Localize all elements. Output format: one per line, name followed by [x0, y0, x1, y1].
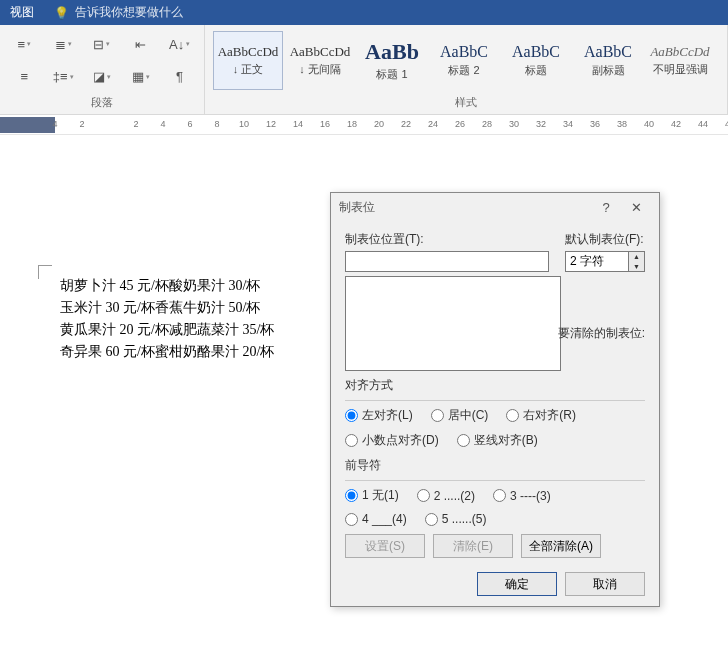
style-item[interactable]: AaBbC标题 [501, 31, 571, 90]
ruler-mark: 34 [563, 119, 573, 129]
dialog-title: 制表位 [339, 199, 375, 216]
style-item[interactable]: AaBbCcDd不明显强调 [645, 31, 715, 90]
borders-button[interactable]: ▦ [122, 62, 159, 93]
ruler-mark: 28 [482, 119, 492, 129]
ruler-mark: 10 [239, 119, 249, 129]
ruler-margin-indicator [0, 117, 55, 133]
ruler-mark: 30 [509, 119, 519, 129]
align-center-radio[interactable]: 居中(C) [431, 407, 489, 424]
leader-2-radio[interactable]: 2 .....(2) [417, 487, 475, 504]
default-tab-value[interactable] [565, 251, 629, 272]
lightbulb-icon: 💡 [54, 6, 69, 20]
ruler-mark: 6 [187, 119, 192, 129]
align-decimal-radio[interactable]: 小数点对齐(D) [345, 432, 439, 449]
ruler-mark: 20 [374, 119, 384, 129]
leader-3-radio[interactable]: 3 ----(3) [493, 487, 551, 504]
ruler-mark: 24 [428, 119, 438, 129]
ribbon-group-paragraph: ≡ ≣ ⊟ ⇤ A↓ ≡ ‡≡ ◪ ▦ ¶ 段落 [0, 25, 205, 114]
set-button[interactable]: 设置(S) [345, 534, 425, 558]
bullet-list-button[interactable]: ≡ [6, 29, 43, 60]
spin-down-icon[interactable]: ▼ [629, 262, 644, 272]
group-label-paragraph: 段落 [6, 92, 198, 112]
ruler-mark: 4 [160, 119, 165, 129]
default-tab-spinner[interactable]: ▲▼ [565, 251, 645, 272]
clear-button[interactable]: 清除(E) [433, 534, 513, 558]
title-bar: 视图 💡 告诉我你想要做什么 [0, 0, 728, 25]
ribbon: ≡ ≣ ⊟ ⇤ A↓ ≡ ‡≡ ◪ ▦ ¶ 段落 AaBbCcDd↓ 正文AaB… [0, 25, 728, 115]
ruler-mark: 40 [644, 119, 654, 129]
ok-button[interactable]: 确定 [477, 572, 557, 596]
ruler-mark: 42 [671, 119, 681, 129]
tell-me-input[interactable]: 告诉我你想要做什么 [75, 4, 183, 21]
tab-position-input[interactable] [345, 251, 549, 272]
ruler-mark: 26 [455, 119, 465, 129]
ruler[interactable]: 4224681012141618202224262830323436384042… [0, 115, 728, 135]
line-spacing-button[interactable]: ‡≡ [45, 62, 82, 93]
multilevel-list-button[interactable]: ⊟ [84, 29, 121, 60]
spin-up-icon[interactable]: ▲ [629, 252, 644, 262]
sort-button[interactable]: A↓ [161, 29, 198, 60]
default-tab-label: 默认制表位(F): [565, 231, 645, 248]
align-left-radio[interactable]: 左对齐(L) [345, 407, 413, 424]
ruler-mark: 16 [320, 119, 330, 129]
shading-button[interactable]: ◪ [84, 62, 121, 93]
align-right-radio[interactable]: 右对齐(R) [506, 407, 576, 424]
clear-tabs-label: 要清除的制表位: [558, 325, 645, 342]
dialog-titlebar[interactable]: 制表位 ? ✕ [331, 193, 659, 221]
ruler-mark: 22 [401, 119, 411, 129]
ruler-mark: 44 [698, 119, 708, 129]
ribbon-tab-view[interactable]: 视图 [10, 4, 34, 21]
alignment-section-label: 对齐方式 [345, 377, 645, 394]
close-button[interactable]: ✕ [621, 200, 651, 215]
align-bar-radio[interactable]: 竖线对齐(B) [457, 432, 538, 449]
ruler-mark: 36 [590, 119, 600, 129]
margin-corner-marker [38, 265, 52, 279]
help-button[interactable]: ? [591, 200, 621, 215]
tabs-dialog: 制表位 ? ✕ 制表位位置(T): 默认制表位(F): ▲▼ 要清除的制表位: … [330, 192, 660, 607]
leader-5-radio[interactable]: 5 ......(5) [425, 512, 487, 526]
ribbon-group-styles: AaBbCcDd↓ 正文AaBbCcDd↓ 无间隔AaBb标题 1AaBbC标题… [205, 25, 728, 114]
ruler-mark: 38 [617, 119, 627, 129]
leader-4-radio[interactable]: 4 ___(4) [345, 512, 407, 526]
style-item[interactable]: AaBbCcDd↓ 正文 [213, 31, 283, 90]
leader-1-radio[interactable]: 1 无(1) [345, 487, 399, 504]
ruler-mark: 32 [536, 119, 546, 129]
ruler-mark: 18 [347, 119, 357, 129]
ruler-mark: 2 [133, 119, 138, 129]
align-left-button[interactable]: ≡ [6, 62, 43, 93]
leader-section-label: 前导符 [345, 457, 645, 474]
style-item[interactable]: AaBb标题 1 [357, 31, 427, 90]
show-marks-button[interactable]: ¶ [161, 62, 198, 93]
style-item[interactable]: AaBbC副标题 [573, 31, 643, 90]
tab-position-label: 制表位位置(T): [345, 231, 549, 248]
tab-positions-listbox[interactable] [345, 276, 561, 371]
style-item[interactable]: AaBbC标题 2 [429, 31, 499, 90]
ruler-mark: 8 [214, 119, 219, 129]
ruler-mark: 14 [293, 119, 303, 129]
style-item[interactable]: AaBbCcDd↓ 无间隔 [285, 31, 355, 90]
ruler-mark: 4 [52, 119, 57, 129]
ruler-mark: 12 [266, 119, 276, 129]
decrease-indent-button[interactable]: ⇤ [122, 29, 159, 60]
ruler-mark: 2 [79, 119, 84, 129]
clear-all-button[interactable]: 全部清除(A) [521, 534, 601, 558]
number-list-button[interactable]: ≣ [45, 29, 82, 60]
group-label-styles: 样式 [211, 92, 721, 112]
cancel-button[interactable]: 取消 [565, 572, 645, 596]
